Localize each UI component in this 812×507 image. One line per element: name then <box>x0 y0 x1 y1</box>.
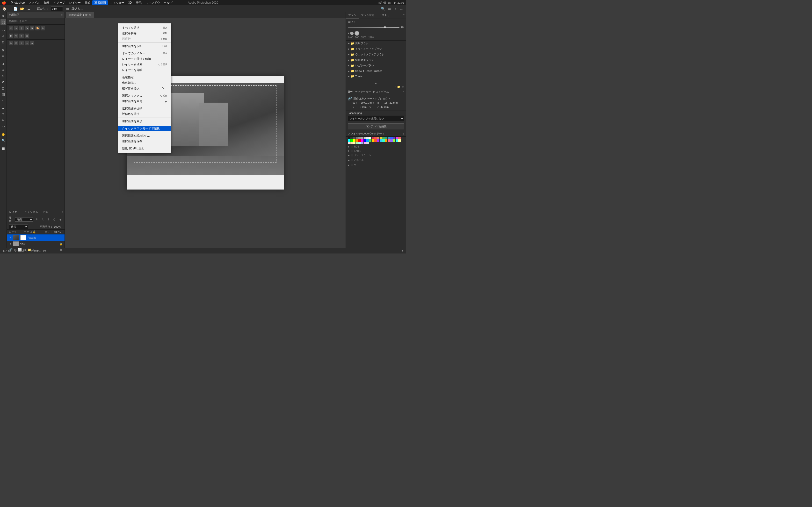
sw-mint2[interactable] <box>356 142 358 145</box>
menu-all-layers[interactable]: すべてのレイヤー ⌥⌘A <box>118 51 171 56</box>
sw-green2[interactable] <box>350 139 353 142</box>
sw-gray3[interactable] <box>358 137 361 139</box>
layer-item-facade[interactable]: 👁 Facade <box>7 234 64 241</box>
brush-add-icon[interactable]: + <box>395 85 396 89</box>
brush-circle-2[interactable] <box>350 32 354 35</box>
brush-cat-dry[interactable]: ▶ 📁 ドライメディアブラシ <box>346 46 406 52</box>
gradient-map-icon[interactable]: ▭ <box>24 41 29 45</box>
path-select-tool[interactable]: ↖ <box>0 117 6 123</box>
sw-cyan[interactable] <box>348 139 350 142</box>
selective-color-icon[interactable]: ◈ <box>30 41 34 45</box>
workspace-icon[interactable]: ▭ <box>387 6 392 11</box>
sw-lime[interactable] <box>369 139 371 142</box>
lock-artboard-icon[interactable]: ⊞ <box>30 230 32 233</box>
menu-edit[interactable]: 編集 <box>42 0 52 5</box>
menu-reselect[interactable]: 再選択 ⇧⌘D <box>118 36 171 42</box>
sw-green1[interactable] <box>382 137 385 139</box>
tab-brush[interactable]: ブラシ <box>346 12 359 18</box>
opacity-value[interactable]: 100% <box>54 225 63 228</box>
layer-eye-bg[interactable]: 👁 <box>9 242 12 245</box>
edit-brush-icon[interactable]: ✏ <box>401 25 404 30</box>
curves-icon[interactable]: ∫ <box>19 26 24 31</box>
swatch-group-mei[interactable]: ▶ 明 <box>346 163 406 167</box>
color-balance-icon[interactable]: ⊕ <box>41 26 45 31</box>
eraser-tool[interactable]: ◻ <box>0 85 6 91</box>
brush-delete-icon[interactable]: 🗑 <box>401 85 404 89</box>
color-adj-menu[interactable]: ≡ <box>61 13 63 16</box>
sw-orange2[interactable] <box>356 139 358 142</box>
sw-mint[interactable] <box>382 139 385 142</box>
channel-mix-icon[interactable]: ⊞ <box>19 34 24 38</box>
sw-pink2[interactable] <box>398 137 401 139</box>
menu-layer[interactable]: レイヤー <box>67 0 83 5</box>
menu-image[interactable]: イメージ <box>52 0 67 5</box>
open-icon[interactable]: 📂 <box>19 6 24 11</box>
menu-load-sel[interactable]: 選択範囲を読み込む... <box>118 133 171 138</box>
fg-bg-color[interactable]: ◼ <box>0 145 6 151</box>
menu-transform[interactable]: 選択範囲を変形 <box>118 119 171 124</box>
layers-menu[interactable]: ≡ <box>60 209 64 215</box>
filter-smart-icon[interactable]: ◈ <box>58 217 63 222</box>
hand-tool[interactable]: ✋ <box>0 131 6 137</box>
vibrance-icon[interactable]: ▣ <box>30 26 34 31</box>
new-doc-icon[interactable]: 📄 <box>13 6 18 11</box>
home-icon[interactable]: 🏠 <box>2 6 7 11</box>
props-tab-histogram[interactable]: ヒストグラム <box>373 90 389 94</box>
lock-move-icon[interactable]: ✥ <box>27 230 29 233</box>
menu-isolate-layers[interactable]: レイヤーを分離 <box>118 67 171 73</box>
menu-help[interactable]: ヘルプ <box>162 0 174 5</box>
menu-quick-mask[interactable]: クイックマスクモードで編集 <box>118 126 171 131</box>
sw-coral[interactable] <box>374 139 377 142</box>
sw-violet[interactable] <box>377 139 379 142</box>
sw-orchid[interactable] <box>364 142 366 145</box>
filter-type-icon[interactable]: T <box>46 217 51 222</box>
bw-icon[interactable]: ◐ <box>9 34 13 38</box>
gradient-tool[interactable]: ▦ <box>0 91 6 97</box>
sw-yellow2[interactable] <box>353 139 355 142</box>
blur-input[interactable] <box>51 6 63 11</box>
expand-btn[interactable]: ▲ <box>346 81 406 85</box>
menu-select-all[interactable]: すべてを選択 ⌘A <box>118 25 171 31</box>
props-panel-menu[interactable]: ≡ <box>403 90 404 94</box>
lock-brush-icon[interactable]: ✏ <box>24 230 26 233</box>
filter-shape-icon[interactable]: ⬡ <box>52 217 57 222</box>
menu-3d[interactable]: 3D <box>126 0 134 5</box>
menu-deselect-layers[interactable]: レイヤーの選択を解除 <box>118 56 171 62</box>
sw-teal1[interactable] <box>385 137 388 139</box>
sw-hotpink[interactable] <box>388 139 390 142</box>
props-tab-attr[interactable]: 属性 <box>348 90 353 94</box>
menu-new-3d[interactable]: 新規 3D 押し出し <box>118 146 171 151</box>
brush-cat-trees[interactable]: ▶ 📁 Tree's <box>346 74 406 79</box>
sw-amber[interactable] <box>385 139 388 142</box>
sw-peach[interactable] <box>350 142 353 145</box>
menu-save-sel[interactable]: 選択範囲を保存... <box>118 138 171 144</box>
menu-subject[interactable]: 被写体を選択 <box>118 86 171 91</box>
clone-tool[interactable]: S <box>0 73 6 79</box>
menu-find-layers[interactable]: レイヤーを検索 ⌥⇧⌘F <box>118 62 171 67</box>
menu-color-range[interactable]: 色域指定... <box>118 74 171 80</box>
kind-filter-select[interactable]: 種類 <box>15 217 33 222</box>
menu-select-mask[interactable]: 選択とマスク... ⌥⌘R <box>118 93 171 99</box>
sw-red1[interactable] <box>372 137 374 139</box>
menu-focus-area[interactable]: 焦点領域... <box>118 80 171 86</box>
photo-filter-icon[interactable]: ⊙ <box>14 34 18 38</box>
sw-lavender[interactable] <box>390 139 393 142</box>
brush-cat-showit[interactable]: ▶ 📁 Show it Better Brushes <box>346 68 406 74</box>
sw-blue3[interactable] <box>364 139 366 142</box>
posterize-icon[interactable]: ▥ <box>14 41 18 45</box>
menu-view[interactable]: 表示 <box>134 0 144 5</box>
sw-skyblue[interactable] <box>366 139 369 142</box>
invert-icon[interactable]: ⊘ <box>9 41 13 45</box>
brush-cat-general[interactable]: ▶ 📁 汎用ブラシ <box>346 41 406 46</box>
lasso-tool[interactable]: ⌀ <box>0 33 6 39</box>
healing-tool[interactable]: ✚ <box>0 61 6 67</box>
tab-channels[interactable]: チャンネル <box>22 209 40 215</box>
move-tool[interactable]: ✥ <box>0 13 6 19</box>
sw-red3[interactable] <box>358 139 361 142</box>
sw-purple1[interactable] <box>393 137 395 139</box>
tab-history[interactable]: ヒストリー <box>377 12 395 18</box>
brush-cat-wet[interactable]: ▶ 📁 ウェットメディアブラシ <box>346 52 406 57</box>
menu-window[interactable]: ウィンドウ <box>144 0 162 5</box>
menu-similar[interactable]: 近似色を選択 <box>118 111 171 117</box>
sw-chartreuse[interactable] <box>393 139 395 142</box>
